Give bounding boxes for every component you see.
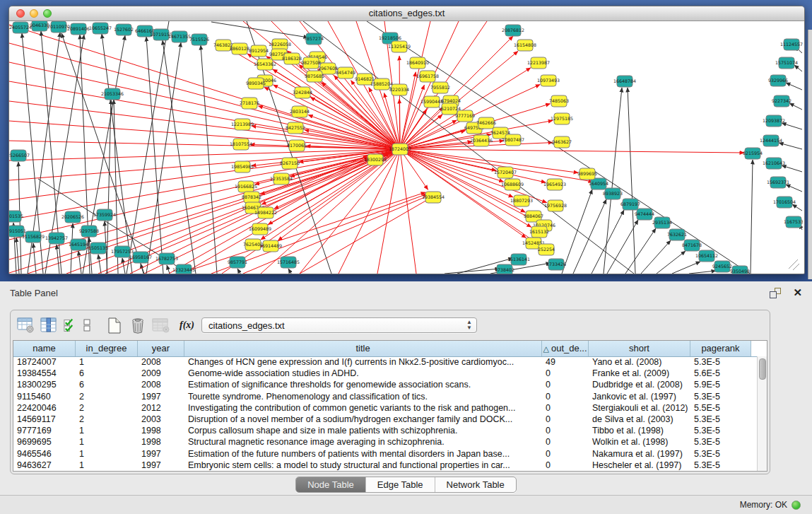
graph-node-teal[interactable]: 17359924 (93, 209, 116, 221)
table-row[interactable]: 977716911998Corpus callosum shape and si… (13, 425, 758, 436)
graph-node-teal[interactable]: 1645194 (69, 239, 88, 250)
graph-node-teal[interactable]: 10655247 (89, 23, 112, 34)
graph-node-teal[interactable]: 16958167 (129, 252, 152, 263)
zoom-window-button[interactable] (43, 9, 52, 18)
graph-node-teal[interactable]: 24055724 (9, 22, 32, 33)
column-header-year[interactable]: year (138, 341, 184, 356)
graph-node-yellow[interactable]: 4170065 (287, 140, 307, 151)
column-header-short[interactable]: short (589, 341, 690, 356)
graph-node-teal[interactable]: 14671355 (168, 31, 191, 42)
table-source-dropdown[interactable]: citations_edges.txt ▲▼ (201, 317, 477, 333)
graph-node-yellow[interactable]: 7462666 (476, 117, 496, 129)
graph-node-yellow[interactable]: 18300295 (364, 154, 387, 165)
tab-node-table[interactable]: Node Table (296, 477, 365, 492)
graph-node-teal[interactable]: 15716485 (277, 257, 300, 268)
graph-node-yellow[interactable]: 8878342 (242, 192, 261, 203)
table-row[interactable]: 946554611997Estimation of the future num… (13, 448, 758, 460)
tab-edge-table[interactable]: Edge Table (365, 477, 435, 492)
memory-ok-indicator[interactable] (792, 501, 801, 510)
graph-node-teal[interactable]: 7515526 (189, 34, 209, 45)
graph-node-teal[interactable]: 25266507 (9, 150, 30, 161)
graph-node-yellow[interactable]: 8860128 (230, 43, 249, 54)
graph-node-yellow[interactable]: 12213987 (527, 57, 550, 69)
graph-node-teal[interactable]: 15136141 (507, 254, 530, 265)
graph-node-yellow[interactable]: 10688609 (501, 179, 524, 190)
graph-node-yellow[interactable]: 18807293 (510, 195, 533, 206)
graph-node-yellow[interactable]: 19756928 (544, 200, 567, 211)
graph-node-yellow[interactable]: 19854985 (231, 161, 254, 173)
graph-node-teal[interactable]: 12093872 (763, 115, 785, 127)
graph-node-yellow[interactable]: 12353584 (270, 173, 293, 185)
graph-node-yellow[interactable]: 12975185 (551, 113, 573, 124)
graph-node-yellow[interactable]: 8427552 (286, 122, 305, 134)
graph-node-teal[interactable]: 9245652 (712, 261, 732, 272)
graph-node-yellow[interactable]: 14984222 (254, 207, 277, 218)
table-settings-icon[interactable] (16, 316, 35, 334)
scrollbar-thumb[interactable] (759, 358, 766, 380)
graph-node-yellow[interactable]: 9875685 (305, 71, 324, 82)
table-row[interactable]: 1456911722003Disruption of a novel membe… (13, 414, 758, 425)
graph-node-yellow[interactable]: 19384554 (422, 192, 445, 203)
function-builder-icon[interactable]: f(x) (180, 320, 194, 331)
graph-node-yellow[interactable]: 3242844 (293, 87, 312, 98)
graph-node-yellow[interactable]: 2718176 (240, 98, 259, 109)
graph-node-yellow[interactable]: 18640910 (406, 57, 429, 69)
delete-table-icon[interactable] (129, 316, 147, 334)
graph-node-teal[interactable]: 10654112 (695, 250, 718, 262)
graph-node-yellow[interactable]: 19654923 (543, 179, 566, 190)
graph-node-yellow[interactable]: 9463627 (552, 136, 572, 148)
rows-icon[interactable] (81, 316, 93, 334)
graph-node-teal[interactable]: 9329966 (768, 75, 788, 86)
graph-node-yellow[interactable]: 16543362 (254, 59, 276, 70)
float-window-icon[interactable] (770, 288, 781, 298)
graph-node-teal[interactable]: 16782753 (155, 253, 178, 264)
column-header-out-de-[interactable]: △out_de... (542, 341, 589, 356)
graph-node-teal[interactable]: 8938923 (603, 188, 623, 199)
graph-node-teal[interactable]: 20876812 (502, 25, 524, 36)
graph-node-yellow[interactable]: 10807487 (502, 134, 524, 146)
graph-node-yellow[interactable]: 16914489 (259, 240, 282, 252)
graph-node-yellow[interactable]: 10973493 (537, 75, 560, 86)
graph-node-teal[interactable]: 1733426 (546, 259, 566, 270)
graph-node-teal[interactable]: 1167533 (784, 216, 803, 228)
graph-node-yellow[interactable]: 8454749 (336, 67, 355, 78)
graph-node-yellow[interactable]: 8912954 (249, 45, 269, 57)
citation-network-graph[interactable]: 1872400724055724904633020110970208914061… (9, 21, 803, 274)
graph-node-teal[interactable]: 7632621 (667, 229, 687, 240)
graph-node-yellow[interactable]: 2803144 (290, 106, 310, 117)
graph-node-yellow[interactable]: 7485063 (549, 95, 569, 107)
graph-node-yellow[interactable]: 18107554 (230, 139, 252, 150)
graph-node-teal[interactable]: 13942757 (45, 233, 68, 244)
graph-node-yellow[interactable]: 16961758 (416, 71, 439, 82)
graph-node-yellow[interactable]: 11325419 (388, 41, 411, 52)
graph-node-teal[interactable]: 9227342 (772, 95, 792, 107)
tab-network-table[interactable]: Network Table (435, 477, 516, 492)
table-row[interactable]: 911546021997Tourette syndrome. Phenomeno… (13, 391, 758, 402)
graph-node-teal[interactable]: 8471678 (682, 240, 702, 251)
column-header-in-degree[interactable]: in_degree (76, 341, 138, 356)
graph-node-teal[interactable]: 9046330 (30, 21, 49, 31)
graph-node-teal[interactable]: 15692371 (767, 177, 789, 188)
graph-node-teal[interactable]: 9297588 (79, 226, 99, 237)
graph-node-yellow[interactable]: 9890345 (246, 78, 266, 89)
close-window-button[interactable] (16, 9, 25, 18)
graph-node-teal[interactable]: 8215954 (743, 148, 763, 159)
graph-node-yellow[interactable]: 18724007 (389, 144, 411, 155)
network-canvas[interactable]: 1872400724055724904633020110970208914061… (9, 21, 804, 274)
graph-node-yellow[interactable]: 9777169 (455, 110, 475, 122)
graph-node-yellow[interactable]: 8267150 (280, 158, 300, 169)
graph-node-teal[interactable]: 9474444 (635, 209, 654, 220)
graph-node-teal[interactable]: 12444154 (760, 135, 782, 146)
column-header-pagerank[interactable]: pagerank (690, 341, 751, 356)
graph-node-teal[interactable]: 11156829 (22, 231, 45, 243)
graph-node-yellow[interactable]: 252254 (538, 244, 555, 255)
table-row[interactable]: 2242004622012Investigating the contribut… (13, 402, 758, 414)
graph-node-yellow[interactable]: 12213989 (231, 119, 254, 130)
graph-node-teal[interactable]: 16210643 (763, 158, 785, 169)
new-table-icon[interactable] (105, 316, 124, 334)
table-row[interactable]: 969969511998Structural magnetic resonanc… (13, 436, 758, 448)
graph-node-yellow[interactable]: 8186328 (282, 53, 302, 64)
graph-node-teal[interactable]: 20206526 (61, 211, 84, 223)
graph-node-yellow[interactable]: 20364436 (470, 135, 493, 146)
table-row[interactable]: 1938455462009Genome-wide association stu… (13, 368, 758, 379)
